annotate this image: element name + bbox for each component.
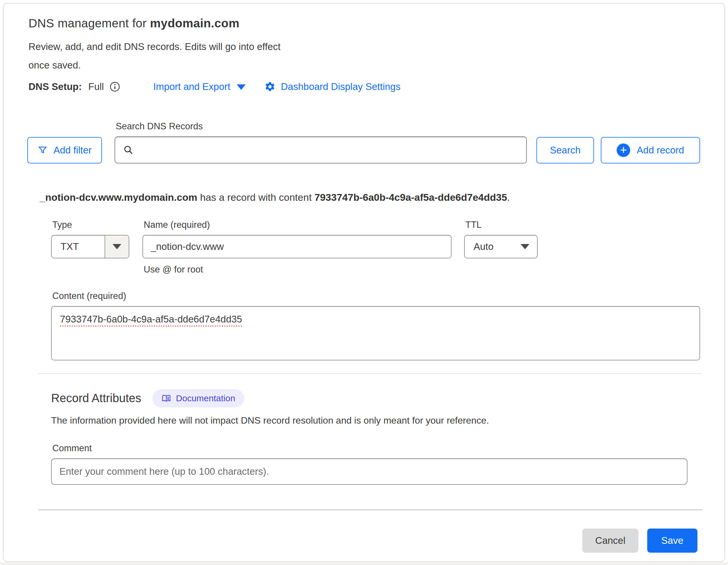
content-label: Content (required): [52, 291, 700, 301]
save-button[interactable]: Save: [647, 529, 697, 553]
chevron-down-icon: [237, 84, 246, 90]
type-label: Type: [52, 219, 129, 230]
comment-label: Comment: [52, 443, 687, 454]
section-divider: [38, 373, 702, 374]
cancel-button[interactable]: Cancel: [582, 529, 638, 553]
search-icon: [123, 144, 134, 155]
type-select-value: TXT: [52, 241, 105, 252]
import-export-label: Import and Export: [153, 81, 230, 92]
type-field: Type TXT: [51, 219, 129, 275]
content-field: Content (required) 7933747b-6a0b-4c9a-af…: [51, 291, 700, 361]
search-column: Search DNS Records: [115, 121, 527, 163]
book-icon: [161, 393, 171, 403]
page-subtitle: Review, add, and edit DNS records. Edits…: [28, 37, 302, 75]
chevron-down-icon: [521, 244, 529, 249]
notice-middle: has a record with content: [197, 192, 315, 203]
record-attributes-description: The information provided here will not i…: [51, 415, 700, 426]
dns-setup-label: DNS Setup:: [28, 81, 82, 92]
record-attributes-title: Record Attributes: [51, 392, 141, 405]
ttl-select[interactable]: Auto: [464, 235, 538, 258]
header: DNS management for mydomain.com Review, …: [28, 16, 724, 92]
name-input[interactable]: [142, 235, 452, 258]
footer-divider: [38, 509, 702, 510]
page-title-domain: mydomain.com: [150, 16, 239, 30]
add-record-button[interactable]: + Add record: [601, 137, 700, 163]
name-label: Name (required): [144, 219, 452, 230]
page-background-strip: [0, 562, 728, 565]
record-attributes-section: Record Attributes Documentation The info…: [51, 389, 700, 485]
info-icon[interactable]: [109, 81, 120, 92]
content-value: 7933747b-6a0b-4c9a-af5a-dde6d7e4dd35: [60, 314, 242, 327]
ttl-select-value: Auto: [465, 241, 521, 252]
comment-field: Comment: [51, 443, 687, 485]
search-dns-records-label: Search DNS Records: [116, 121, 527, 132]
record-form: Type TXT Name (required) Use @ for root …: [51, 219, 700, 361]
record-attributes-header: Record Attributes Documentation: [51, 389, 700, 408]
gear-icon: [264, 81, 276, 92]
dashboard-display-settings-label: Dashboard Display Settings: [281, 81, 400, 92]
name-field: Name (required) Use @ for root: [142, 219, 452, 275]
ttl-label: TTL: [465, 219, 538, 230]
dns-records-toolbar: Add filter Search DNS Records Search + A…: [27, 121, 700, 163]
filter-icon: [38, 145, 48, 155]
search-button[interactable]: Search: [536, 137, 594, 163]
documentation-link[interactable]: Documentation: [152, 389, 244, 408]
search-input[interactable]: [139, 138, 526, 162]
add-filter-label: Add filter: [53, 145, 92, 156]
search-box: [115, 136, 527, 163]
import-export-link[interactable]: Import and Export: [153, 81, 246, 92]
dns-management-panel: DNS management for mydomain.com Review, …: [3, 3, 725, 562]
notice-suffix: .: [507, 192, 510, 203]
documentation-label: Documentation: [176, 393, 235, 403]
ttl-field: TTL Auto: [464, 219, 538, 275]
notice-record-content: 7933747b-6a0b-4c9a-af5a-dde6d7e4dd35: [314, 192, 507, 203]
chevron-down-icon: [113, 244, 121, 249]
add-filter-button[interactable]: Add filter: [27, 137, 102, 163]
page-title-prefix: DNS management for: [28, 16, 150, 30]
comment-input[interactable]: [51, 458, 687, 485]
type-name-ttl-row: Type TXT Name (required) Use @ for root …: [51, 219, 700, 275]
page-title: DNS management for mydomain.com: [28, 16, 724, 30]
content-textarea[interactable]: 7933747b-6a0b-4c9a-af5a-dde6d7e4dd35: [51, 306, 700, 361]
add-record-label: Add record: [637, 145, 684, 156]
plus-icon: +: [617, 143, 630, 157]
dashboard-display-settings-link[interactable]: Dashboard Display Settings: [264, 81, 400, 92]
name-helper-text: Use @ for root: [144, 264, 452, 275]
type-select[interactable]: TXT: [51, 235, 129, 258]
type-select-arrow-segment: [105, 235, 129, 258]
dns-setup-value: Full: [88, 81, 104, 92]
record-exists-notice: _notion-dcv.www.mydomain.com has a recor…: [40, 192, 701, 203]
footer-actions: Cancel Save: [4, 529, 697, 553]
dns-setup-row: DNS Setup: Full Import and Export: [28, 81, 724, 92]
notice-record-name: _notion-dcv.www.mydomain.com: [40, 192, 197, 203]
